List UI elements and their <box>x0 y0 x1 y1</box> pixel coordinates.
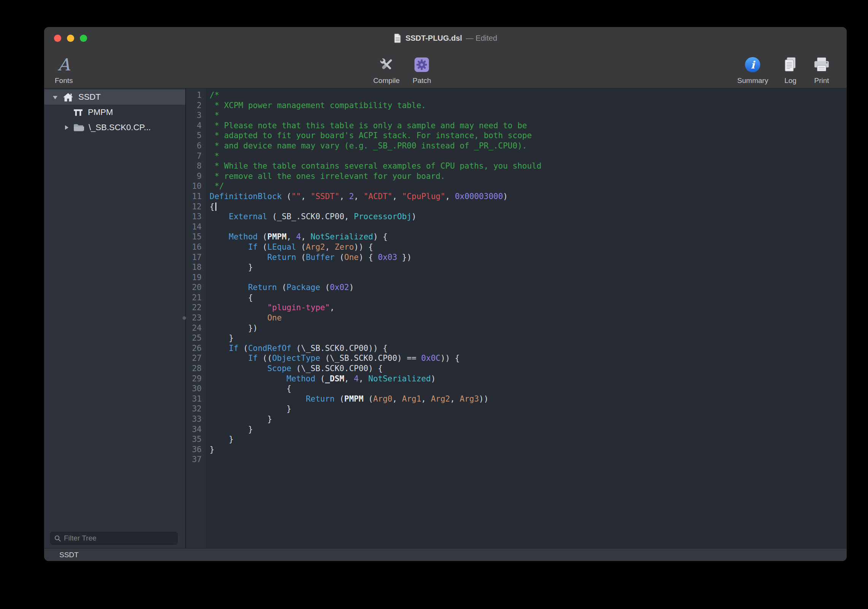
line-number: 20 <box>186 282 202 293</box>
code-line[interactable]: 19 <box>186 273 847 283</box>
code-line[interactable]: 22 "plugin-type", <box>186 303 847 313</box>
line-number: 27 <box>186 353 202 363</box>
filter-tree-field[interactable] <box>50 532 178 545</box>
line-number: 19 <box>186 273 202 283</box>
fonts-label: Fonts <box>55 77 73 85</box>
line-number: 24 <box>186 323 202 333</box>
code-line[interactable]: 14 <box>186 222 847 232</box>
code-line[interactable]: 8 * While the table contains several exa… <box>186 161 847 171</box>
line-number: 5 <box>186 131 202 141</box>
code-line[interactable]: 29 Method (_DSM, 4, NotSerialized) <box>186 374 847 384</box>
code-line[interactable]: 17 Return (Buffer (One) { 0x03 }) <box>186 252 847 263</box>
tree-item-label: \_SB.SCK0.CP... <box>89 123 151 132</box>
line-number: 29 <box>186 374 202 384</box>
line-number: 16 <box>186 242 202 252</box>
tree-item-label: PMPM <box>88 107 113 117</box>
code-line[interactable]: 10 */ <box>186 181 847 191</box>
code-line[interactable]: 36} <box>186 445 847 455</box>
code-line[interactable]: 27 If ((ObjectType (\_SB.SCK0.CP00) == 0… <box>186 353 847 363</box>
zoom-button[interactable] <box>80 35 87 42</box>
code-line[interactable]: 32 } <box>186 404 847 414</box>
sidebar: SSDT PMPM <box>44 88 186 548</box>
line-number: 22 <box>186 303 202 313</box>
patch-button[interactable]: Patch <box>413 55 431 85</box>
code-line[interactable]: 20 Return (Package (0x02) <box>186 282 847 293</box>
folder-icon <box>73 123 84 132</box>
line-number: 37 <box>186 454 202 465</box>
acpi-tree: SSDT PMPM <box>44 88 185 548</box>
code-line[interactable]: 28 Scope (\_SB.SCK0.CP00) { <box>186 363 847 374</box>
code-line[interactable]: 1/* <box>186 90 847 100</box>
text-cursor <box>215 202 216 211</box>
log-button[interactable]: Log <box>783 55 798 85</box>
code-line[interactable]: 25 } <box>186 333 847 343</box>
code-line[interactable]: 13 External (_SB_.SCK0.CP00, ProcessorOb… <box>186 212 847 222</box>
patch-icon <box>414 55 430 75</box>
edited-indicator: — Edited <box>466 34 497 43</box>
code-line[interactable]: 23 One <box>186 313 847 323</box>
code-line[interactable]: 7 * <box>186 151 847 161</box>
line-number: 4 <box>186 121 202 131</box>
code-line[interactable]: 33 } <box>186 414 847 424</box>
code-line[interactable]: 35 } <box>186 434 847 445</box>
disclosure-closed-icon[interactable] <box>62 123 71 132</box>
code-line[interactable]: 11DefinitionBlock ("", "SSDT", 2, "ACDT"… <box>186 191 847 202</box>
line-number: 8 <box>186 161 202 171</box>
disclosure-open-icon[interactable] <box>51 92 59 102</box>
line-number: 3 <box>186 110 202 121</box>
line-number: 33 <box>186 414 202 424</box>
filter-tree-input[interactable] <box>64 534 174 542</box>
code-line[interactable]: 31 Return (PMPM (Arg0, Arg1, Arg2, Arg3)… <box>186 394 847 404</box>
line-number: 25 <box>186 333 202 343</box>
fonts-button[interactable]: A Fonts <box>55 55 73 85</box>
tree-item-pmpm[interactable]: PMPM <box>44 105 185 120</box>
code-line[interactable]: 18 } <box>186 262 847 273</box>
code-line[interactable]: 2 * XCPM power management compatibility … <box>186 100 847 111</box>
close-button[interactable] <box>54 35 61 42</box>
tree-item-sb-sck0[interactable]: \_SB.SCK0.CP... <box>44 120 185 135</box>
code-line[interactable]: 15 Method (PMPM, 4, NotSerialized) { <box>186 232 847 242</box>
line-number: 12 <box>186 202 202 212</box>
log-icon <box>783 55 798 75</box>
line-number: 17 <box>186 252 202 263</box>
line-number: 26 <box>186 343 202 354</box>
line-number: 6 <box>186 141 202 151</box>
code-line[interactable]: 26 If (CondRefOf (\_SB.SCK0.CP00)) { <box>186 343 847 354</box>
code-line[interactable]: 24 }) <box>186 323 847 333</box>
splitter-handle[interactable] <box>183 316 186 320</box>
line-number: 13 <box>186 212 202 222</box>
summary-label: Summary <box>737 77 768 85</box>
code-line[interactable]: 9 * remove all the ones irrelevant for y… <box>186 171 847 182</box>
status-path: SSDT <box>59 551 79 559</box>
code-editor[interactable]: 1/*2 * XCPM power management compatibili… <box>186 88 847 548</box>
code-line[interactable]: 5 * adapted to fit your board's ACPI sta… <box>186 131 847 141</box>
method-icon <box>73 108 83 117</box>
print-button[interactable]: Print <box>813 55 830 85</box>
code-line[interactable]: 34 } <box>186 424 847 435</box>
log-label: Log <box>784 77 796 85</box>
summary-button[interactable]: i Summary <box>737 55 768 85</box>
tree-item-ssdt[interactable]: SSDT <box>44 89 185 105</box>
code-line[interactable]: 37 <box>186 454 847 465</box>
code-line[interactable]: 16 If (LEqual (Arg2, Zero)) { <box>186 242 847 252</box>
line-number: 10 <box>186 181 202 191</box>
compile-icon <box>378 55 395 75</box>
line-number: 31 <box>186 394 202 404</box>
code-line[interactable]: 6 * and device name may vary (e.g. _SB_.… <box>186 141 847 151</box>
info-icon: i <box>745 57 760 72</box>
line-number: 15 <box>186 232 202 242</box>
code-line[interactable]: 30 { <box>186 384 847 394</box>
line-number: 35 <box>186 434 202 445</box>
line-number: 2 <box>186 100 202 111</box>
compile-button[interactable]: Compile <box>373 55 400 85</box>
code-line[interactable]: 12{ <box>186 202 847 212</box>
minimize-button[interactable] <box>67 35 74 42</box>
line-number: 28 <box>186 363 202 374</box>
document-icon <box>394 33 402 43</box>
code-line[interactable]: 3 * <box>186 110 847 121</box>
code-line[interactable]: 4 * Please note that this table is only … <box>186 121 847 131</box>
search-icon <box>54 535 61 542</box>
code-line[interactable]: 21 { <box>186 293 847 303</box>
line-number: 1 <box>186 90 202 100</box>
line-number: 7 <box>186 151 202 161</box>
